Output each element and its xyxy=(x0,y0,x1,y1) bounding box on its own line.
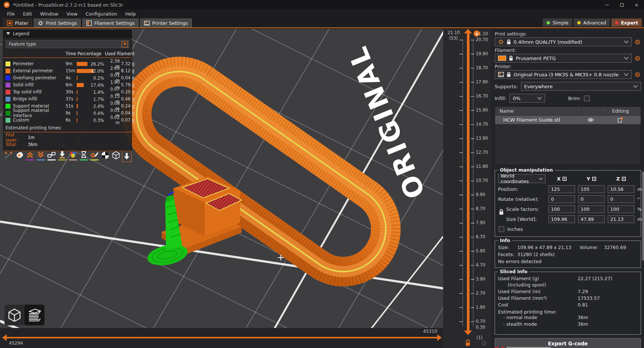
preview-view-button[interactable] xyxy=(24,305,44,325)
mode-expert-button[interactable]: Expert xyxy=(611,19,642,27)
editor-view-button[interactable] xyxy=(4,305,24,325)
layers-icon xyxy=(26,307,43,323)
size-z-input[interactable] xyxy=(608,215,634,223)
seams-icon[interactable] xyxy=(47,151,56,163)
scale-lock-icon[interactable] xyxy=(499,209,504,216)
volume-label: Volume: xyxy=(580,245,604,250)
size-info-value: 109.96 x 47.89 x 21.13 xyxy=(517,245,580,250)
feature-name: Overhang perimeter xyxy=(13,75,66,80)
menu-item[interactable]: Help xyxy=(122,10,139,17)
layer-tick: 20.70 xyxy=(443,38,491,42)
layer-slider-bottom-handle[interactable] xyxy=(464,331,472,335)
tab-printer-settings[interactable]: Printer Settings xyxy=(140,19,192,27)
rotate-y-input[interactable] xyxy=(578,195,605,203)
scale-z-input[interactable] xyxy=(608,205,634,213)
brim-checkbox[interactable] xyxy=(584,96,590,101)
feature-color-swatch xyxy=(6,111,10,116)
tick-label: 6.70 xyxy=(476,234,485,239)
tab-filament-settings[interactable]: Filament Settings xyxy=(82,19,139,27)
axis-x-icon[interactable] xyxy=(562,177,567,181)
col-visibility xyxy=(581,107,600,115)
mode-advanced-button[interactable]: Advanced xyxy=(574,19,610,27)
close-button[interactable]: × xyxy=(629,0,644,10)
col-name: Name xyxy=(495,108,581,114)
shells-icon[interactable] xyxy=(111,151,121,163)
infill-select[interactable]: 0% xyxy=(509,94,545,103)
move-slider-right-handle[interactable] xyxy=(437,334,442,341)
stealth-mode-value: 36m xyxy=(578,321,638,327)
feature-name: Perimeter xyxy=(13,61,66,66)
layer-tick: 13.90 xyxy=(443,136,491,141)
tool-changes-icon[interactable] xyxy=(57,151,67,163)
supports-select[interactable]: Everywhere xyxy=(521,82,641,91)
tab-print-settings[interactable]: Print Settings xyxy=(34,19,81,27)
legend-visibility-icon[interactable] xyxy=(122,151,132,162)
tab-plater[interactable]: Plater xyxy=(3,19,32,27)
menu-item[interactable]: File xyxy=(4,10,18,17)
size-x-input[interactable] xyxy=(548,215,575,223)
color-changes-icon[interactable] xyxy=(68,151,78,163)
retractions-icon[interactable] xyxy=(25,151,35,163)
center-of-mass-icon[interactable] xyxy=(100,151,110,163)
axis-y-icon[interactable] xyxy=(592,177,596,181)
printer-combo[interactable]: Original Prusa i3 MK3S & MK3S+ 0.8 nozzl… xyxy=(495,70,632,79)
maximize-button[interactable] xyxy=(614,0,629,10)
menu-item[interactable]: Window xyxy=(37,10,62,17)
layer-slider-top-handle[interactable] xyxy=(464,29,472,33)
position-y-input[interactable] xyxy=(578,185,605,193)
move-slider-track[interactable] xyxy=(6,337,437,338)
first-layer-label: First layer: xyxy=(6,132,28,143)
feature-time: 30s xyxy=(66,89,77,95)
total-time-value: 36m xyxy=(28,142,37,147)
tick-label: 7.90 xyxy=(476,220,485,225)
feature-filament-mass: 0.20 g xyxy=(120,89,135,95)
tick-label: 3.90 xyxy=(476,276,485,282)
filament-combo[interactable]: Prusament PETG xyxy=(495,54,632,63)
edit-printer-button[interactable] xyxy=(634,71,641,78)
feature-type-dropdown[interactable]: Feature type xyxy=(6,40,129,48)
position-x-input[interactable] xyxy=(548,185,575,193)
edit-filament-button[interactable] xyxy=(634,54,641,62)
menu-item[interactable]: Configuration xyxy=(82,10,120,17)
axis-x-label: X xyxy=(557,176,561,182)
brim-label: Brim: xyxy=(568,96,581,101)
object-row[interactable]: HCW Filament Guide.stl xyxy=(495,116,641,124)
wipe-icon[interactable] xyxy=(14,151,24,163)
feature-color-swatch xyxy=(6,83,10,87)
viewport-3d[interactable]: ORIGINAL xyxy=(0,29,443,328)
slider-settings-gear-icon[interactable] xyxy=(481,340,487,347)
eye-icon[interactable] xyxy=(581,117,600,122)
legend-header[interactable]: Legend xyxy=(3,30,132,37)
add-color-change-button[interactable]: + xyxy=(474,30,480,37)
print-settings-combo[interactable]: 0.40mm QUALITY (modified) xyxy=(495,37,632,46)
scale-x-input[interactable] xyxy=(548,205,575,213)
custom-gcode-icon[interactable] xyxy=(90,151,99,163)
chevron-down-icon xyxy=(624,57,628,60)
edit-object-icon[interactable] xyxy=(600,117,641,123)
travels-icon[interactable] xyxy=(4,151,13,163)
deretractions-icon[interactable] xyxy=(36,151,46,163)
menu-item[interactable]: Edit xyxy=(20,10,35,17)
sidebar-scrollbar[interactable] xyxy=(642,172,644,261)
pause-prints-icon[interactable] xyxy=(79,151,89,163)
axis-z-icon[interactable] xyxy=(622,177,626,181)
rotate-z-input[interactable] xyxy=(608,195,634,203)
inches-checkbox[interactable] xyxy=(499,226,504,232)
inches-label: Inches xyxy=(507,226,523,232)
move-slider-left-handle[interactable] xyxy=(2,334,7,341)
rotate-x-input[interactable] xyxy=(548,195,575,203)
minimize-button[interactable] xyxy=(600,0,614,10)
edit-print-settings-button[interactable] xyxy=(634,38,641,46)
coordinates-select[interactable]: World coordinates xyxy=(498,174,545,183)
export-gcode-button[interactable]: Export G-code xyxy=(495,338,641,348)
slider-lock-icon[interactable] xyxy=(465,339,471,347)
filament-settings-icon xyxy=(86,20,92,26)
scale-y-input[interactable] xyxy=(578,205,605,213)
bottom-tick-label: 0.30 xyxy=(476,325,485,330)
size-y-input[interactable] xyxy=(578,215,605,223)
tick-label: 1.90 xyxy=(476,305,485,310)
menu-item[interactable]: View xyxy=(63,10,81,17)
position-z-input[interactable] xyxy=(608,185,634,193)
mode-simple-button[interactable]: Simple xyxy=(543,19,572,27)
lock-icon xyxy=(507,72,511,77)
